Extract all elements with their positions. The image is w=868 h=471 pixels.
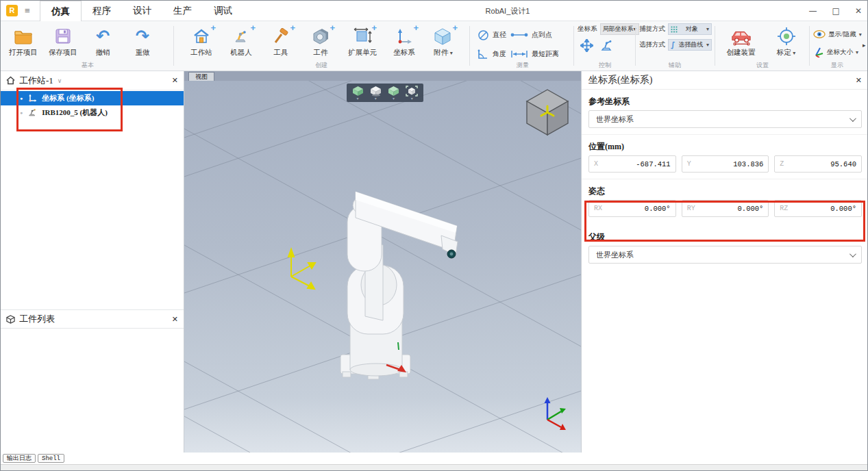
undo-button[interactable]: ↶ 撤销	[83, 25, 123, 58]
curve-icon: ∫	[671, 40, 675, 49]
top-view-button[interactable]: ▾	[388, 86, 399, 101]
robot-label: 机器人	[230, 48, 252, 58]
fit-cube-icon	[406, 86, 418, 97]
part-nut-icon	[311, 27, 330, 45]
eye-icon	[813, 30, 826, 38]
shell-tab[interactable]: Shell	[38, 454, 64, 463]
position-label: 位置(mm)	[588, 141, 862, 153]
chevron-down-icon[interactable]: ∨	[58, 77, 62, 84]
reference-frame-dropdown[interactable]: 世界坐标系	[588, 110, 862, 128]
parts-list-close-icon[interactable]: ✕	[172, 315, 178, 324]
select-mode-dropdown[interactable]: ∫ 选择曲线▾	[668, 39, 712, 51]
calibrate-button[interactable]: 标定 ▾	[767, 25, 806, 58]
create-tool-button[interactable]: + 工具	[261, 25, 301, 58]
workstation-panel-header: 工作站-1 ∨ ✕	[1, 71, 184, 90]
dropdown-caret-icon: ▾	[450, 50, 453, 56]
parent-dropdown[interactable]: 世界坐标系	[588, 246, 862, 264]
ribbon-toolbar: 打开项目 保存项目 ↶ 撤销 ↷ 重做 基本	[1, 21, 867, 71]
angle-icon	[478, 49, 489, 60]
point-to-point-label: 点到点	[532, 30, 552, 40]
tab-debug[interactable]: 调试	[203, 1, 243, 21]
scene-3d	[184, 81, 581, 453]
measure-diameter-button[interactable]: 直径	[478, 25, 510, 44]
dropdown-caret-icon: ▾	[859, 31, 862, 38]
minimize-button[interactable]: —	[809, 6, 817, 16]
ext-unit-icon	[353, 27, 372, 45]
create-attachment-button[interactable]: + 附件 ▾	[424, 25, 462, 58]
angle-label: 角度	[493, 49, 506, 59]
front-view-button[interactable]: ▾	[370, 86, 382, 101]
measure-point-to-point-button[interactable]: 点到点	[510, 25, 571, 44]
tab-production[interactable]: 生产	[162, 1, 203, 21]
robot-jog-icon[interactable]	[600, 39, 613, 52]
pose-rz-field[interactable]: RZ0.000°	[774, 200, 862, 217]
tab-simulation[interactable]: 仿真	[40, 1, 82, 22]
position-fields: X-687.411 Y103.836 Z95.640	[588, 155, 862, 173]
home-icon	[6, 76, 15, 85]
parts-list-title: 工件列表	[19, 313, 55, 325]
pose-ry-field[interactable]: RY0.000°	[682, 200, 769, 217]
create-robot-button[interactable]: + 机器人	[221, 25, 261, 58]
tree-item-robot[interactable]: ● IRB1200_5 (机器人)	[1, 105, 184, 120]
create-device-button[interactable]: 创建装置	[720, 25, 762, 58]
coord-size-button[interactable]: 坐标大小 ▾	[813, 43, 863, 61]
app-logo[interactable]: R	[6, 5, 18, 16]
viewport-tab-view[interactable]: 视图	[188, 72, 214, 81]
group-label-measure: 测量	[473, 61, 572, 70]
properties-close-icon[interactable]: ✕	[856, 76, 862, 85]
maximize-button[interactable]: □	[832, 6, 840, 16]
plus-badge: +	[371, 23, 377, 33]
iso-cube-icon	[352, 86, 364, 97]
nav-cube[interactable]	[527, 90, 568, 135]
show-hide-button[interactable]: 显示/隐藏 ▾	[813, 25, 863, 43]
world-triad	[545, 397, 567, 430]
snap-mode-label: 捕捉方式	[639, 25, 665, 34]
ribbon-separator	[809, 26, 810, 66]
save-project-button[interactable]: 保存项目	[43, 25, 83, 58]
close-button[interactable]: ✕	[855, 6, 862, 16]
pose-rx-field[interactable]: RX0.000°	[588, 200, 676, 217]
snap-mode-dropdown[interactable]: 对象▾	[668, 23, 712, 35]
window-controls: — □ ✕	[809, 1, 862, 21]
output-log-tab[interactable]: 输出日志	[3, 454, 36, 463]
tab-design[interactable]: 设计	[122, 1, 162, 21]
group-label-control: 控制	[576, 61, 634, 70]
position-x-field[interactable]: X-687.411	[588, 155, 676, 173]
coord-system-dropdown[interactable]: 局部坐标系▾	[600, 23, 639, 35]
create-workstation-button[interactable]: + 工作站	[182, 25, 221, 58]
viewport-canvas[interactable]: ▾ ▾ ▾ ▾	[184, 81, 581, 453]
ribbon-overflow-button[interactable]: ▸	[863, 42, 866, 49]
plus-badge: +	[250, 23, 256, 33]
workstation-panel-close-icon[interactable]: ✕	[172, 76, 178, 85]
reference-frame-label: 参考坐标系	[588, 96, 862, 107]
group-label-basic: 基本	[3, 61, 172, 70]
create-ext-unit-button[interactable]: + 扩展单元	[340, 25, 384, 58]
tree-item-frame[interactable]: ● 坐标系 (坐标系)	[1, 91, 184, 105]
position-y-field[interactable]: Y103.836	[682, 155, 769, 173]
tool-hammer-icon	[272, 28, 290, 44]
tab-program[interactable]: 程序	[82, 1, 122, 21]
ribbon-separator	[469, 26, 470, 66]
plus-badge: +	[330, 23, 335, 33]
robot-tree-icon	[27, 108, 37, 117]
hamburger-menu-icon[interactable]: ≡	[25, 5, 30, 16]
chevron-down-icon	[850, 115, 856, 122]
green-cube-icon	[388, 86, 399, 97]
redo-button[interactable]: ↷ 重做	[123, 25, 162, 58]
calibrate-target-icon	[777, 27, 796, 46]
create-part-button[interactable]: + 工件	[301, 25, 340, 58]
select-mode-label: 选择方式	[639, 40, 665, 49]
plus-badge: +	[413, 23, 419, 33]
iso-view-button[interactable]: ▾	[352, 86, 364, 101]
position-z-field[interactable]: Z95.640	[774, 155, 862, 173]
move-tool-icon[interactable]	[580, 39, 593, 52]
status-strip	[1, 464, 867, 471]
save-icon	[55, 28, 71, 44]
coord-size-icon	[813, 47, 824, 58]
application-window: R ≡ 仿真 程序 设计 生产 调试 RobAI_设计1 — □ ✕ 打开项目	[0, 0, 868, 471]
create-frame-button[interactable]: + 坐标系	[384, 25, 424, 58]
attachment-label: 附件 ▾	[434, 48, 453, 58]
workstation-title: 工作站-1	[19, 75, 53, 87]
fit-view-button[interactable]: ▾	[406, 86, 418, 101]
open-project-button[interactable]: 打开项目	[3, 25, 43, 58]
